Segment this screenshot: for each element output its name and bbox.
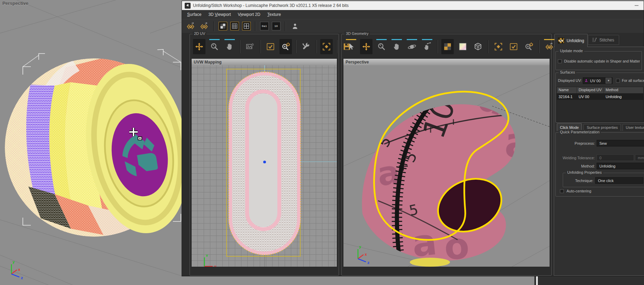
surfaces-table: Name Displayed UV Method 32164-1 UV 00 U… (556, 87, 644, 122)
unfolding-properties-title: Unfolding Properties (566, 170, 603, 174)
svg-text:z: z (367, 260, 370, 265)
unfolding-tab-content: Update mode Disable automatic update in … (554, 47, 644, 276)
uv-island[interactable] (229, 72, 301, 255)
uv-pan-tool[interactable] (223, 39, 236, 54)
geo-checkerboard-display[interactable] (441, 39, 454, 54)
workshop-body: 2D UV UVW (182, 33, 644, 276)
menu-surface[interactable]: Surface (184, 11, 204, 18)
technique-dropdown[interactable]: One click (595, 177, 643, 184)
geo-zoom-region-tool[interactable] (523, 39, 535, 54)
svg-text:15: 15 (439, 70, 460, 90)
geo-select-tool[interactable] (345, 39, 357, 54)
3d-model-ball[interactable] (5, 52, 200, 245)
3d-cuff-surface[interactable]: a a a a o (362, 70, 534, 267)
uv-ids-view-icon[interactable]: 0a1 (260, 22, 269, 30)
geo-viewport-header: Perspective (343, 59, 550, 66)
update-mode-title: Update mode (559, 49, 584, 53)
toolbar-separator (213, 21, 214, 31)
toolbar-separator (239, 40, 240, 53)
method-dropdown[interactable]: Unfolding (597, 163, 644, 169)
toolbar-separator (488, 40, 489, 53)
user-profile-icon[interactable] (290, 21, 300, 31)
app-icon (185, 3, 191, 9)
geo-validate-window-tool[interactable] (507, 39, 520, 54)
uv-zoom-region-tool[interactable] (279, 39, 292, 54)
svg-text:y: y (12, 260, 15, 264)
3d-geometry-toolbar (343, 38, 550, 56)
stitches-icon (591, 37, 597, 43)
toolbar-separator (316, 40, 317, 53)
geo-pan-tool[interactable] (390, 39, 403, 54)
geo-axis-indicator: y x z (358, 245, 370, 265)
tab-unfolding[interactable]: UV Unfolding (554, 34, 588, 47)
uv-canvas[interactable]: v u (192, 65, 337, 267)
disable-update-checkbox[interactable] (558, 59, 562, 63)
island-pivot-point[interactable] (263, 161, 266, 163)
geo-frame-selection-tool[interactable] (492, 39, 505, 54)
preprocess-dropdown[interactable]: Sew (597, 140, 644, 146)
surfaces-title: Surfaces (559, 70, 576, 74)
unfolding-panel: UV Unfolding Stitches Update mode Disabl… (553, 33, 644, 277)
tab-stitches[interactable]: Stitches (588, 35, 619, 45)
geo-orbit-tool[interactable] (406, 39, 418, 54)
checkerboard-view-icon[interactable] (219, 22, 227, 30)
minimize-button[interactable] (634, 3, 639, 8)
surfaces-table-header: Name Displayed UV Method (557, 87, 643, 94)
uv-viewport-header: UVW Mapping (192, 59, 337, 66)
menu-texture[interactable]: Texture (264, 11, 284, 18)
uv-background-image-tool[interactable] (244, 39, 256, 54)
column-header-name: Name (557, 87, 577, 93)
2d-uv-group-title: 2D UV (193, 31, 206, 36)
svg-text:x: x (18, 267, 20, 272)
uv-validate-window-tool[interactable] (264, 39, 277, 54)
dropdown-arrow-icon: ▼ (606, 78, 611, 84)
menu-3d-viewport[interactable]: 3D Viewport (205, 11, 234, 18)
column-header-method: Method (604, 87, 643, 93)
menubar: Surface 3D Viewport Viewport 2D Texture (182, 10, 644, 19)
2d-uv-toolbar (192, 38, 337, 56)
geo-move-tool[interactable] (360, 39, 372, 54)
geo-canvas[interactable]: a a a a o (343, 65, 550, 267)
geo-gradient-display[interactable] (457, 39, 469, 54)
titlebar[interactable]: Unfolding/Stitch Workshop - Lumiscaphe P… (182, 1, 644, 10)
viewport-label: Perspective (2, 1, 28, 6)
toolbar-separator (539, 40, 540, 53)
screen: y x z Perspective Unfolding/Stitch Works… (0, 0, 644, 285)
toolbar-separator (260, 40, 261, 53)
uv-zoom-tool[interactable] (208, 39, 221, 54)
welding-unit-box: mm (635, 154, 644, 161)
window-title: Unfolding/Stitch Workshop - Lumiscaphe P… (193, 3, 632, 8)
tab-user-texture[interactable]: User texture (623, 124, 644, 131)
geo-wireframe-display[interactable] (472, 39, 484, 54)
unfold-validate-icon[interactable] (185, 21, 196, 31)
geo-grab-surface-tool[interactable] (421, 39, 433, 54)
surfaces-group: Surfaces Displayed UV: UV 00 ▼ For all s… (555, 73, 644, 123)
method-label: Method: (559, 164, 595, 168)
2d-uv-group: 2D UV UVW (190, 34, 339, 276)
split-view-icon[interactable] (242, 22, 251, 30)
menu-viewport-2d[interactable]: Viewport 2D (235, 11, 264, 18)
uv-viewport[interactable]: UVW Mapping (191, 58, 337, 267)
uv-move-tool[interactable] (193, 39, 205, 54)
uv-tools-wrench[interactable] (300, 39, 312, 54)
uv-fit-selection-tool[interactable] (320, 39, 333, 54)
for-all-surfaces-checkbox[interactable] (616, 79, 620, 83)
cuff-base-glimpse (410, 258, 450, 267)
svg-text:z: z (21, 276, 23, 280)
displayed-uv-dropdown[interactable]: UV 00 ▼ (583, 77, 613, 84)
grid-view-icon[interactable] (230, 22, 239, 30)
auto-centering-checkbox[interactable] (560, 189, 564, 193)
geo-zoom-tool[interactable] (375, 39, 388, 54)
uv-scale-view-icon[interactable]: 10 (272, 22, 280, 30)
welding-tolerance-label: Welding Tolerance: (559, 156, 595, 160)
geo-viewport[interactable]: Perspective (343, 58, 550, 267)
unfold-options-icon[interactable] (199, 21, 209, 31)
main-toolbar: 0a1 10 (182, 19, 644, 33)
uv-axis-indicator: v u (204, 253, 217, 267)
surface-row-selected[interactable]: 32164-1 UV 00 Unfolding (557, 94, 643, 100)
welding-tolerance-input[interactable]: 0 (597, 154, 634, 161)
3d-geometry-group: 3D Geometry (341, 34, 552, 276)
3d-geometry-group-title: 3D Geometry (344, 31, 370, 36)
uv-grid-icon: UV (558, 38, 564, 44)
toolbar-separator (255, 21, 256, 31)
